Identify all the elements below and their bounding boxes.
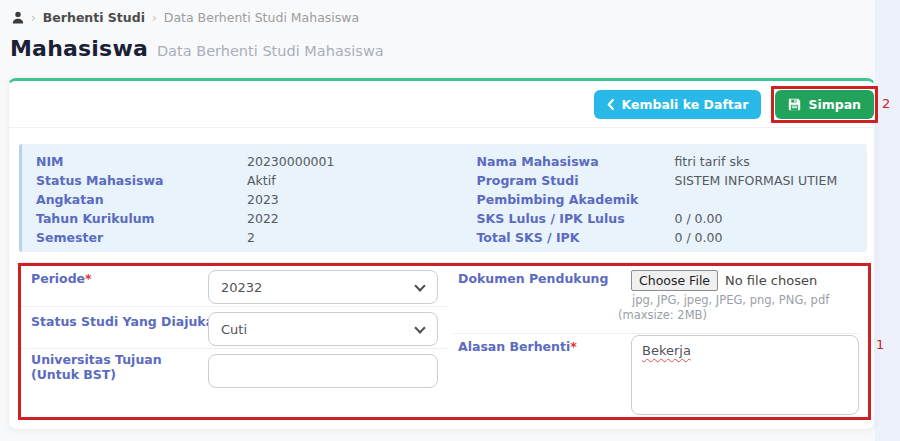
periode-select-value: 20232: [221, 280, 262, 295]
breadcrumb-item-berhenti-studi[interactable]: Berhenti Studi: [43, 10, 145, 25]
divider: [21, 306, 449, 307]
chevron-down-icon: [414, 280, 425, 291]
page-title: Mahasiswa: [10, 36, 148, 61]
chevron-down-icon: [414, 322, 425, 333]
info-row-nim: NIM 20230000001: [36, 152, 452, 171]
required-asterisk: *: [570, 339, 577, 354]
info-row-nama-mahasiswa: Nama Mahasiswa fitri tarif sks: [477, 152, 868, 171]
breadcrumb-item-current: Data Berhenti Studi Mahasiswa: [164, 10, 359, 25]
page: › Berhenti Studi › Data Berhenti Studi M…: [0, 0, 900, 441]
info-row-program-studi: Program Studi SISTEM INFORMASI UTIEM: [477, 171, 868, 190]
divider: [453, 333, 859, 334]
info-label: Angkatan: [36, 192, 247, 207]
universitas-tujuan-label: Universitas Tujuan (Untuk BST): [31, 352, 203, 382]
back-button-label: Kembali ke Daftar: [621, 97, 748, 112]
page-background-strip: [875, 0, 900, 441]
info-row-semester: Semester 2: [36, 228, 452, 247]
info-row-pembimbing-akademik: Pembimbing Akademik: [477, 190, 868, 209]
info-label: Total SKS / IPK: [477, 230, 675, 245]
periode-label: Periode*: [31, 271, 92, 286]
alasan-berhenti-label: Alasan Berhenti*: [458, 339, 577, 354]
breadcrumb-separator-icon: ›: [152, 11, 157, 25]
info-value: 0 / 0.00: [675, 230, 723, 245]
choose-file-button[interactable]: Choose File: [631, 270, 718, 291]
info-value: fitri tarif sks: [675, 154, 750, 169]
page-subtitle: Data Berhenti Studi Mahasiswa: [157, 43, 384, 59]
info-label: SKS Lulus / IPK Lulus: [477, 211, 675, 226]
file-status-text: No file chosen: [725, 273, 817, 288]
status-studi-select-value: Cuti: [221, 322, 247, 337]
annotation-step-1: 1: [876, 337, 884, 352]
breadcrumb-separator-icon: ›: [31, 11, 36, 25]
dokumen-pendukung-label: Dokumen Pendukung: [458, 271, 608, 286]
info-value: Aktif: [247, 173, 276, 188]
divider: [21, 348, 449, 349]
chevron-left-icon: [607, 99, 614, 110]
info-label: Status Mahasiswa: [36, 173, 247, 188]
status-studi-label: Status Studi Yang Diajukan: [31, 314, 223, 329]
card-toolbar: Kembali ke Daftar Simpan: [9, 81, 874, 128]
info-label: Pembimbing Akademik: [477, 192, 675, 207]
annotation-rect-save: Simpan: [771, 86, 878, 123]
required-asterisk: *: [85, 271, 92, 286]
info-label: Nama Mahasiswa: [477, 154, 675, 169]
back-to-list-button[interactable]: Kembali ke Daftar: [594, 90, 761, 119]
info-value: 2022: [247, 211, 279, 226]
info-value: 2023: [247, 192, 279, 207]
info-row-total-sks-ipk: Total SKS / IPK 0 / 0.00: [477, 228, 868, 247]
file-format-hint: jpg, JPG, jpeg, JPEG, png, PNG, pdf (max…: [618, 293, 872, 323]
save-button[interactable]: Simpan: [775, 90, 874, 119]
dokumen-file-input: Choose File No file chosen: [631, 270, 817, 291]
info-label: Semester: [36, 230, 247, 245]
universitas-tujuan-input[interactable]: [208, 354, 438, 388]
info-row-angkatan: Angkatan 2023: [36, 190, 452, 209]
status-studi-select[interactable]: Cuti: [208, 312, 438, 346]
info-value: 20230000001: [247, 154, 334, 169]
info-row-tahun-kurikulum: Tahun Kurikulum 2022: [36, 209, 452, 228]
save-icon: [788, 98, 801, 111]
info-label: NIM: [36, 154, 247, 169]
content-card: Kembali ke Daftar Simpan: [8, 78, 875, 430]
page-header: Mahasiswa Data Berhenti Studi Mahasiswa: [10, 36, 384, 61]
info-row-sks-lulus-ipk-lulus: SKS Lulus / IPK Lulus 0 / 0.00: [477, 209, 868, 228]
divider: [19, 262, 859, 263]
user-icon[interactable]: [12, 11, 24, 24]
info-row-status-mahasiswa: Status Mahasiswa Aktif: [36, 171, 452, 190]
alasan-berhenti-textarea[interactable]: Bekerja: [631, 335, 859, 415]
info-label: Program Studi: [477, 173, 675, 188]
info-value: 0 / 0.00: [675, 211, 723, 226]
annotation-step-2: 2: [882, 96, 890, 111]
breadcrumb: › Berhenti Studi › Data Berhenti Studi M…: [12, 10, 359, 25]
save-button-label: Simpan: [808, 97, 861, 112]
info-value: 2: [247, 230, 255, 245]
alasan-berhenti-value: Bekerja: [642, 343, 691, 358]
student-info-left-column: NIM 20230000001 Status Mahasiswa Aktif A…: [36, 152, 452, 252]
student-info-panel: NIM 20230000001 Status Mahasiswa Aktif A…: [19, 144, 867, 252]
info-label: Tahun Kurikulum: [36, 211, 247, 226]
student-info-right-column: Nama Mahasiswa fitri tarif sks Program S…: [452, 152, 868, 252]
info-value: SISTEM INFORMASI UTIEM: [675, 173, 838, 188]
periode-select[interactable]: 20232: [208, 270, 438, 304]
